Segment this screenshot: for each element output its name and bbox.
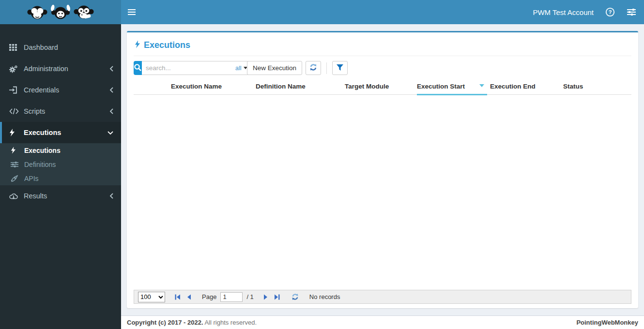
panel-heading: Executions: [134, 32, 631, 56]
page-number-input[interactable]: [220, 292, 243, 302]
column-header-status[interactable]: Status: [563, 82, 631, 94]
sidebar-item-label: Scripts: [24, 107, 45, 115]
sidebar-item-label: Credentials: [24, 86, 59, 94]
sidebar-subitem-label: Definitions: [24, 161, 56, 168]
sidebar-item-executions[interactable]: Executions: [0, 122, 121, 143]
code-icon: [9, 108, 20, 115]
pager-refresh-icon[interactable]: [290, 293, 301, 301]
sliders-h-icon[interactable]: [627, 8, 636, 16]
bolt-icon: [135, 40, 140, 50]
chevron-left-icon: [109, 108, 114, 115]
sidebar-item-label: Executions: [24, 129, 61, 136]
question-circle-icon[interactable]: ?: [605, 7, 615, 17]
search-group: all: [134, 61, 244, 75]
footer: Copyright (c) 2017 - 2022. All rights re…: [121, 315, 644, 329]
filter-icon: [336, 64, 344, 73]
grid-icon: [9, 44, 20, 51]
chevron-left-icon: [109, 65, 114, 72]
content-area: Executions: [121, 24, 644, 315]
page-label: Page: [202, 293, 216, 300]
records-status: No records: [309, 293, 340, 300]
sidebar-subitem-executions[interactable]: Executions: [0, 143, 121, 157]
see-no-evil-monkey-icon: [27, 2, 48, 22]
executions-submenu: Executions Definitions: [0, 143, 121, 185]
table-body-empty: [134, 95, 631, 290]
search-scope-value: all: [235, 65, 242, 72]
cloud-download-icon: [9, 193, 20, 200]
refresh-button[interactable]: [306, 61, 321, 75]
rights-text: All rights reserved.: [204, 319, 257, 326]
sliders-icon: [11, 161, 20, 168]
sidebar-item-scripts[interactable]: Scripts: [0, 101, 121, 122]
executions-panel: Executions: [127, 31, 638, 308]
column-header-execution-name[interactable]: Execution Name: [171, 82, 256, 94]
refresh-icon: [309, 63, 318, 73]
search-button[interactable]: [134, 61, 142, 75]
copyright-text: Copyright (c) 2017 - 2022.: [127, 319, 203, 326]
sort-desc-icon: [479, 84, 484, 87]
first-page-icon[interactable]: [173, 294, 183, 300]
hear-no-evil-monkey-icon: [50, 2, 71, 22]
sign-in-icon: [9, 86, 20, 94]
sidebar-item-label: Results: [24, 192, 47, 200]
search-icon: [134, 63, 142, 73]
footer-brand: PointingWebMonkey: [576, 319, 638, 326]
chevron-down-icon: [107, 130, 114, 135]
account-label[interactable]: PWM Test Account: [533, 8, 594, 16]
page-total: / 1: [246, 293, 253, 300]
sidebar-item-label: Administration: [24, 65, 68, 73]
brand-logo[interactable]: [0, 0, 121, 24]
rocket-icon: [11, 175, 20, 182]
sidebar-subitem-definitions[interactable]: Definitions: [0, 157, 121, 171]
sidebar-item-credentials[interactable]: Credentials: [0, 79, 121, 101]
table-header-row: Execution Name Definition Name Target Mo…: [134, 82, 631, 95]
topbar: PWM Test Account ?: [0, 0, 644, 24]
hamburger-icon[interactable]: [121, 0, 142, 24]
chevron-left-icon: [109, 193, 114, 199]
sidebar: Dashboard Administration: [0, 24, 121, 329]
sidebar-item-results[interactable]: Results: [0, 185, 121, 207]
speak-no-evil-monkey-icon: [73, 2, 94, 22]
sidebar-subitem-apis[interactable]: APIs: [0, 171, 121, 185]
navbar: PWM Test Account ?: [121, 0, 644, 24]
column-header-target-module[interactable]: Target Module: [345, 82, 417, 94]
filter-button[interactable]: [332, 61, 348, 75]
column-header-blank: [134, 82, 171, 94]
sidebar-item-dashboard[interactable]: Dashboard: [0, 37, 121, 58]
search-input[interactable]: [142, 64, 235, 72]
search-scope-dropdown[interactable]: all: [235, 65, 247, 72]
toolbar-divider: [326, 62, 327, 74]
column-header-execution-start[interactable]: Execution Start: [417, 82, 490, 94]
bolt-icon: [9, 129, 20, 136]
column-header-execution-end[interactable]: Execution End: [490, 82, 563, 94]
app-window: PWM Test Account ?: [0, 0, 644, 329]
sidebar-item-administration[interactable]: Administration: [0, 58, 121, 79]
page-size-select[interactable]: 100: [138, 292, 165, 302]
pager-bar: 100 Page / 1: [134, 290, 631, 304]
page-title: Executions: [144, 40, 190, 50]
new-execution-button[interactable]: New Execution: [247, 61, 302, 75]
sidebar-item-label: Dashboard: [24, 44, 58, 51]
column-header-definition-name[interactable]: Definition Name: [256, 82, 345, 94]
bolt-icon: [11, 147, 20, 154]
next-page-icon[interactable]: [261, 294, 270, 300]
svg-text:?: ?: [609, 9, 612, 15]
prev-page-icon[interactable]: [184, 294, 193, 300]
toolbar: all New Execution: [134, 61, 631, 75]
gears-icon: [9, 65, 20, 73]
sidebar-subitem-label: APIs: [24, 175, 39, 182]
last-page-icon[interactable]: [272, 294, 282, 300]
sidebar-subitem-label: Executions: [24, 147, 61, 154]
chevron-left-icon: [109, 87, 114, 93]
